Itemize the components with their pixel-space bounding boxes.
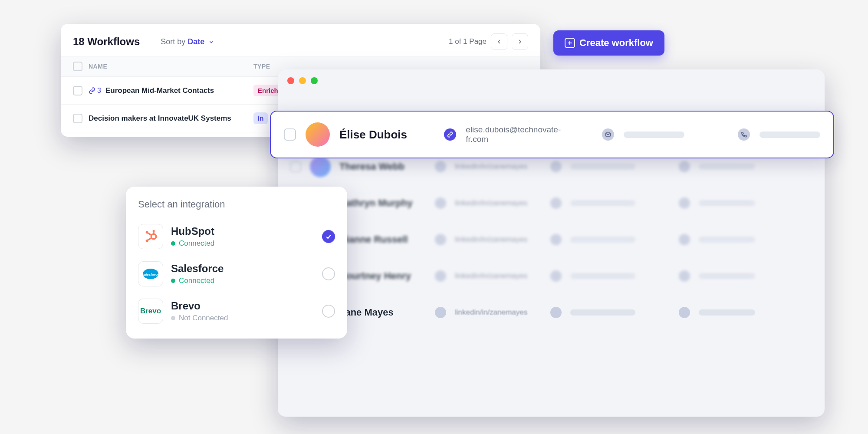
phone-icon: [679, 197, 690, 209]
svg-line-5: [148, 233, 152, 236]
row-checkbox[interactable]: [284, 128, 296, 141]
contact-row[interactable]: Kathryn Murphy linkedin/in/zanemayes: [278, 185, 825, 221]
placeholder-bar: [570, 200, 635, 206]
contact-name: Dianne Russell: [339, 234, 426, 245]
link-icon: [89, 87, 95, 94]
linkedin-text: linkedin/in/zanemayes: [455, 235, 542, 244]
svg-text:salesforce: salesforce: [142, 273, 159, 276]
contact-name: Theresa Webb: [339, 161, 426, 172]
phone-icon: [679, 161, 690, 172]
contact-row[interactable]: Courtney Henry linkedin/in/zanemayes: [278, 258, 825, 294]
integration-name: Brevo: [171, 300, 228, 312]
placeholder-bar: [624, 132, 684, 138]
brevo-icon: Brevo: [138, 299, 163, 324]
hubspot-icon: [138, 224, 163, 249]
link-icon: [435, 161, 446, 172]
placeholder-bar: [699, 164, 755, 170]
placeholder-bar: [699, 273, 755, 279]
workflows-header: 18 Workflows Sort by Date 1 of 1 Page: [61, 24, 540, 56]
integration-option[interactable]: salesforce Salesforce Connected: [138, 255, 335, 293]
create-workflow-button[interactable]: + Create workflow: [553, 30, 664, 56]
mail-icon: [550, 270, 562, 282]
link-icon: [435, 197, 446, 209]
integration-status: Connected: [171, 239, 214, 248]
workflow-name: Decision makers at InnovateUK Systems: [89, 114, 231, 123]
link-icon: [435, 307, 446, 318]
linkedin-text: linkedin/in/zanemayes: [455, 308, 542, 317]
th-name: NAME: [89, 63, 253, 70]
workflows-title: 18 Workflows: [73, 36, 140, 48]
contact-name: Courtney Henry: [339, 270, 426, 282]
contact-name: Élise Dubois: [339, 128, 434, 141]
link-icon: [444, 128, 456, 141]
select-radio[interactable]: [322, 230, 335, 243]
th-type: TYPE: [253, 63, 270, 70]
integration-status: Not Connected: [171, 314, 228, 322]
placeholder-bar: [760, 132, 820, 138]
placeholder-bar: [699, 309, 755, 316]
avatar: [310, 156, 331, 177]
contact-name: Kathryn Murphy: [339, 197, 426, 209]
next-page-button[interactable]: [512, 33, 528, 50]
link-icon: [435, 270, 446, 282]
row-checkbox[interactable]: [73, 86, 82, 95]
mail-icon: [550, 197, 562, 209]
placeholder-bar: [699, 237, 755, 243]
sort-dropdown[interactable]: Sort by Date: [161, 37, 214, 46]
mail-icon: [550, 234, 562, 245]
status-dot: [171, 279, 175, 283]
contact-name: Zane Mayes: [339, 307, 426, 318]
prev-page-button[interactable]: [491, 33, 507, 50]
select-all-checkbox[interactable]: [73, 62, 82, 71]
integration-status: Connected: [171, 276, 224, 285]
plus-icon: +: [565, 38, 575, 48]
link-icon: [435, 234, 446, 245]
phone-icon: [738, 128, 750, 141]
integration-name: HubSpot: [171, 225, 214, 237]
integration-name: Salesforce: [171, 263, 224, 275]
linkedin-text: linkedin/in/zanemayes: [455, 162, 542, 171]
minimize-dot[interactable]: [299, 77, 306, 84]
avatar: [306, 122, 330, 147]
contact-email: elise.dubois@technovate-fr.com: [466, 125, 583, 144]
workflow-name: European Mid-Market Contacts: [105, 86, 214, 95]
status-dot: [171, 316, 175, 320]
linkedin-text: linkedin/in/zanemayes: [455, 199, 542, 207]
status-dot: [171, 241, 175, 246]
chevron-right-icon: [516, 38, 523, 45]
placeholder-bar: [570, 237, 635, 243]
contact-row[interactable]: Dianne Russell linkedin/in/zanemayes: [278, 221, 825, 258]
mail-icon: [550, 161, 562, 172]
svg-line-6: [148, 238, 152, 240]
select-radio[interactable]: [322, 305, 335, 318]
pagination-label: 1 of 1 Page: [449, 37, 487, 46]
chevron-left-icon: [496, 38, 503, 45]
mail-icon: [602, 128, 614, 141]
maximize-dot[interactable]: [311, 77, 318, 84]
row-checkbox[interactable]: [73, 114, 82, 123]
link-count-badge: 3: [89, 87, 101, 95]
highlighted-contact-card[interactable]: Élise Dubois elise.dubois@technovate-fr.…: [270, 111, 834, 158]
close-dot[interactable]: [287, 77, 294, 84]
linkedin-text: linkedin/in/zanemayes: [455, 272, 542, 280]
select-radio[interactable]: [322, 267, 335, 280]
row-checkbox[interactable]: [290, 161, 301, 172]
type-tag: In: [253, 112, 268, 124]
phone-icon: [679, 307, 690, 318]
placeholder-bar: [570, 164, 635, 170]
placeholder-bar: [570, 273, 635, 279]
mail-icon: [550, 307, 562, 318]
phone-icon: [679, 270, 690, 282]
chevron-down-icon: [208, 39, 214, 45]
placeholder-bar: [570, 309, 635, 316]
salesforce-icon: salesforce: [138, 261, 163, 286]
window-controls: [278, 69, 825, 92]
contact-row[interactable]: Zane Mayes linkedin/in/zanemayes: [278, 294, 825, 331]
popup-title: Select an integration: [138, 199, 335, 210]
placeholder-bar: [699, 200, 755, 206]
integration-option[interactable]: Brevo Brevo Not Connected: [138, 293, 335, 330]
integration-popup: Select an integration HubSpot Connected …: [126, 187, 347, 339]
phone-icon: [679, 234, 690, 245]
integration-option[interactable]: HubSpot Connected: [138, 218, 335, 255]
